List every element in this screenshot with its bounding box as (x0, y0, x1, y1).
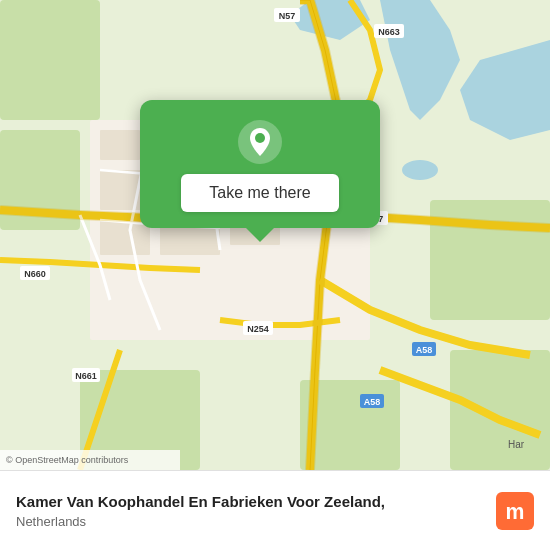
map-background: N57 N663 N57 N660 N254 A58 A58 N661 Har … (0, 0, 550, 470)
svg-text:N57: N57 (279, 11, 296, 21)
svg-rect-7 (450, 350, 550, 470)
map-container: N57 N663 N57 N660 N254 A58 A58 N661 Har … (0, 0, 550, 470)
svg-text:N661: N661 (75, 371, 97, 381)
location-country: Netherlands (16, 514, 496, 529)
svg-text:N663: N663 (378, 27, 400, 37)
location-popup: Take me there (140, 100, 380, 228)
svg-point-1 (402, 160, 438, 180)
info-bar: Kamer Van Koophandel En Fabrieken Voor Z… (0, 470, 550, 550)
svg-text:m: m (506, 500, 525, 524)
location-pin-icon (238, 120, 282, 164)
take-me-there-button[interactable]: Take me there (181, 174, 338, 212)
moovit-logo-icon: m (496, 492, 534, 530)
location-name: Kamer Van Koophandel En Fabrieken Voor Z… (16, 492, 496, 512)
svg-text:N254: N254 (247, 324, 269, 334)
svg-rect-14 (100, 220, 150, 255)
location-info: Kamer Van Koophandel En Fabrieken Voor Z… (16, 492, 496, 529)
svg-text:A58: A58 (416, 345, 433, 355)
svg-text:© OpenStreetMap contributors: © OpenStreetMap contributors (6, 455, 129, 465)
moovit-logo: m (496, 492, 534, 530)
svg-rect-2 (0, 0, 100, 120)
svg-rect-9 (100, 130, 140, 160)
svg-text:Har: Har (508, 439, 525, 450)
svg-point-37 (255, 133, 265, 143)
svg-text:N660: N660 (24, 269, 46, 279)
svg-text:A58: A58 (364, 397, 381, 407)
